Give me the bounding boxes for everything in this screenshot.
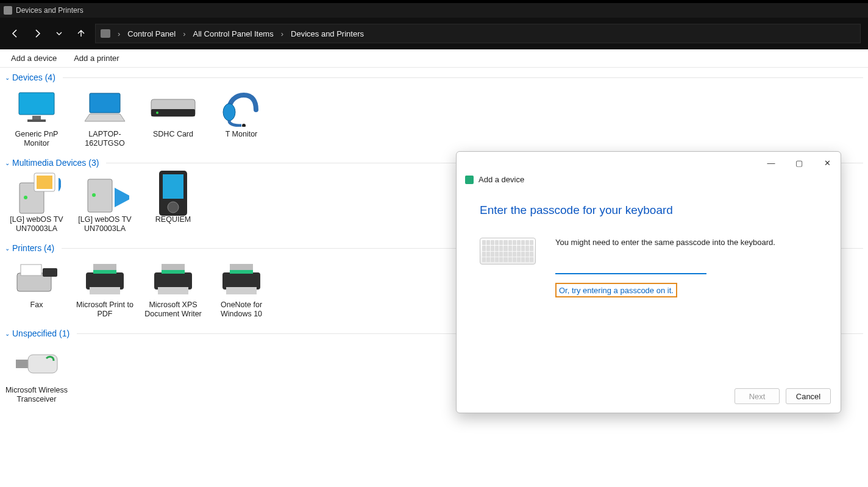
svg-rect-18 (163, 174, 183, 199)
recent-dropdown[interactable] (51, 26, 67, 41)
dialog-caption: Add a device (457, 174, 841, 189)
device-item[interactable]: SDHC Card (139, 87, 207, 148)
svg-rect-23 (86, 272, 124, 290)
svg-rect-29 (162, 270, 185, 274)
window-titlebar: Devices and Printers (0, 3, 868, 18)
add-device-dialog: — ▢ ✕ Add a device Enter the passcode fo… (456, 151, 841, 413)
mp3-player-icon (149, 174, 197, 213)
svg-rect-14 (88, 179, 112, 212)
device-item[interactable]: OneNote for Windows 10 (207, 258, 276, 319)
svg-point-8 (223, 104, 235, 121)
chevron-right-icon: › (182, 29, 187, 38)
dialog-body: Enter the passcode for your keyboard You… (457, 189, 841, 382)
device-item[interactable]: Generic PnP Monitor (2, 87, 71, 148)
device-item[interactable]: Microsoft Wireless Transceiver (2, 343, 71, 404)
chevron-right-icon: › (280, 29, 285, 38)
svg-rect-31 (222, 272, 260, 290)
breadcrumb-seg-1[interactable]: Control Panel (125, 28, 178, 40)
add-device-icon (465, 176, 474, 184)
svg-rect-0 (19, 93, 54, 115)
next-button[interactable]: Next (735, 388, 780, 404)
headset-icon (217, 88, 266, 127)
media-renderer-icon (80, 174, 129, 213)
cancel-button[interactable]: Cancel (786, 388, 831, 404)
window-title: Devices and Printers (16, 6, 84, 15)
svg-rect-21 (21, 265, 41, 275)
monitor-icon (12, 88, 61, 127)
group-title: Printers (4) (12, 243, 54, 253)
usb-dongle-icon (12, 344, 61, 383)
keyboard-icon (480, 238, 536, 297)
svg-point-19 (168, 202, 179, 213)
chevron-right-icon: › (116, 29, 121, 38)
device-label: Generic PnP Monitor (2, 130, 71, 148)
dialog-heading: Enter the passcode for your keyboard (480, 204, 817, 217)
back-button[interactable] (7, 26, 23, 41)
device-item[interactable]: LAPTOP-162UTGSO (71, 87, 139, 148)
chevron-down-icon: ⌄ (5, 330, 10, 337)
device-label: Microsoft Print to PDF (71, 300, 139, 319)
svg-rect-13 (37, 176, 52, 189)
device-item[interactable]: [LG] webOS TV UN70003LA (2, 172, 71, 233)
chevron-down-icon: ⌄ (5, 74, 10, 81)
device-label: SDHC Card (139, 130, 207, 139)
device-item[interactable]: REQUIEM (139, 172, 207, 233)
add-device-command[interactable]: Add a device (11, 54, 57, 63)
device-label: Microsoft Wireless Transceiver (2, 386, 71, 404)
chevron-down-icon: ⌄ (5, 160, 10, 166)
group-items-devices: Generic PnP Monitor LAPTOP-162UTGSO SDHC… (0, 85, 868, 155)
minimize-button[interactable]: — (758, 154, 784, 172)
svg-point-7 (156, 112, 158, 114)
dialog-hint: You might need to enter the same passcod… (555, 238, 817, 247)
nav-toolbar: › Control Panel › All Control Panel Item… (0, 18, 868, 49)
device-label: OneNote for Windows 10 (207, 300, 276, 319)
printer-icon (217, 259, 266, 298)
svg-rect-33 (230, 270, 253, 274)
group-header-devices[interactable]: ⌄ Devices (4) (0, 70, 868, 85)
forward-button[interactable] (29, 26, 45, 41)
alt-passcode-link[interactable]: Or, try entering a passcode on it. (559, 286, 674, 295)
laptop-icon (80, 88, 129, 127)
svg-rect-27 (154, 272, 192, 290)
printer-icon (80, 259, 129, 298)
app-icon (4, 6, 12, 15)
device-label: [LG] webOS TV UN70003LA (2, 215, 71, 233)
svg-point-9 (242, 124, 246, 127)
passcode-input[interactable] (555, 262, 706, 274)
up-button[interactable] (73, 26, 89, 41)
svg-rect-3 (90, 93, 120, 113)
svg-rect-26 (90, 287, 120, 294)
svg-rect-22 (43, 268, 57, 277)
svg-rect-2 (27, 119, 46, 122)
dialog-titlebar: — ▢ ✕ (457, 152, 841, 174)
svg-rect-25 (93, 270, 116, 274)
dialog-caption-text: Add a device (478, 175, 524, 184)
device-item[interactable]: Microsoft Print to PDF (71, 258, 139, 319)
device-label: Fax (2, 300, 71, 310)
add-printer-command[interactable]: Add a printer (74, 54, 119, 63)
group-title: Unspecified (1) (12, 329, 69, 338)
group-title: Devices (4) (12, 73, 55, 82)
device-item[interactable]: T Monitor (207, 87, 276, 148)
chevron-down-icon: ⌄ (5, 245, 10, 252)
svg-rect-1 (32, 116, 41, 119)
breadcrumb-seg-2[interactable]: All Control Panel Items (190, 28, 276, 40)
command-bar: Add a device Add a printer (0, 49, 868, 68)
fax-icon (12, 259, 61, 298)
device-item[interactable]: Microsoft XPS Document Writer (139, 258, 207, 319)
device-item[interactable]: Fax (2, 258, 71, 319)
svg-rect-35 (16, 360, 29, 368)
breadcrumb-seg-3[interactable]: Devices and Printers (288, 28, 366, 40)
address-icon (101, 29, 110, 38)
close-button[interactable]: ✕ (814, 154, 841, 172)
device-label: [LG] webOS TV UN70003LA (71, 215, 139, 233)
media-server-icon (12, 174, 61, 213)
device-item[interactable]: [LG] webOS TV UN70003LA (71, 172, 139, 233)
device-label: REQUIEM (139, 215, 207, 224)
dialog-footer: Next Cancel (457, 382, 841, 413)
group-title: Multimedia Devices (3) (12, 158, 99, 168)
maximize-button[interactable]: ▢ (786, 154, 813, 172)
svg-rect-30 (158, 287, 188, 294)
svg-rect-34 (226, 287, 257, 294)
address-bar[interactable]: › Control Panel › All Control Panel Item… (95, 24, 861, 43)
